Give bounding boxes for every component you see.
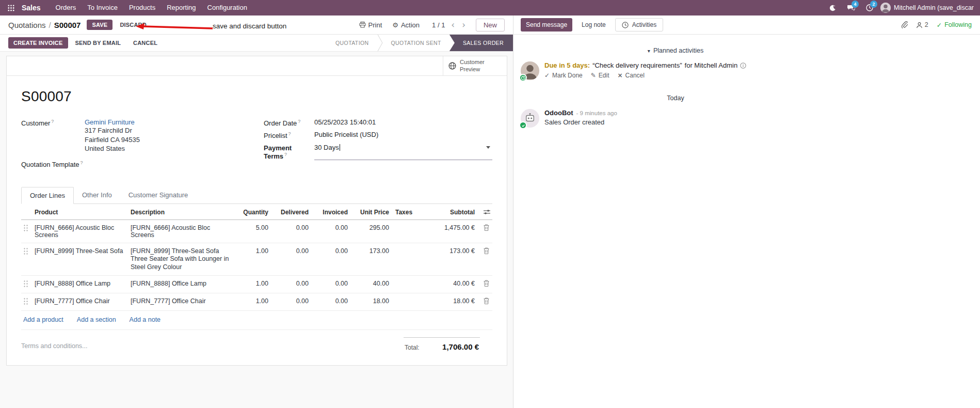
cancel-activity-button[interactable]: × Cancel — [618, 72, 645, 79]
followers-button[interactable]: 2 — [916, 21, 928, 28]
menu-products[interactable]: Products — [123, 0, 161, 15]
activity-clock-badge — [519, 74, 527, 82]
caret-down-icon: ▾ — [648, 48, 650, 54]
tab-other-info[interactable]: Other Info — [74, 187, 120, 204]
activity-item: Due in 5 days: “Check delivery requireme… — [521, 61, 830, 80]
payment-terms-field[interactable]: 30 Days — [314, 144, 492, 160]
activities-button[interactable]: 2 — [862, 0, 877, 15]
total-label: Total: — [405, 344, 420, 351]
col-delivered: Delivered — [270, 204, 311, 220]
add-product-link[interactable]: Add a product — [23, 316, 63, 323]
dark-mode-toggle[interactable] — [825, 0, 840, 15]
order-date-field[interactable]: 05/25/2023 15:40:01 — [314, 118, 492, 127]
create-invoice-button[interactable]: CREATE INVOICE — [8, 37, 68, 49]
info-icon[interactable] — [740, 62, 746, 69]
cell-quantity: 1.00 — [233, 243, 270, 275]
tab-order-lines[interactable]: Order Lines — [21, 187, 74, 204]
cancel-activity-label: Cancel — [625, 72, 645, 79]
drag-handle[interactable] — [23, 224, 28, 231]
message-timestamp: - 9 minutes ago — [576, 110, 617, 116]
attachments-button[interactable] — [901, 21, 908, 28]
order-line-row[interactable]: [FURN_7777] Office Chair [FURN_7777] Off… — [21, 293, 492, 310]
order-line-row[interactable]: [FURN_8888] Office Lamp [FURN_8888] Offi… — [21, 275, 492, 293]
following-toggle[interactable]: ✓ Following — [937, 21, 972, 29]
chatter-topbar: Send message Log note Activities — [513, 15, 980, 35]
pricelist-field[interactable]: Public Pricelist (USD) — [314, 131, 492, 139]
edit-activity-button[interactable]: ✎ Edit — [591, 72, 609, 79]
order-line-row[interactable]: [FURN_6666] Acoustic Bloc Screens [FURN_… — [21, 219, 492, 243]
cell-taxes — [391, 243, 423, 275]
cell-quantity: 1.00 — [233, 275, 270, 293]
help-marker: ? — [51, 119, 54, 124]
stage-sales-order[interactable]: SALES ORDER — [449, 35, 513, 51]
current-app-name[interactable]: Sales — [22, 4, 41, 12]
quotation-template-field[interactable] — [93, 160, 264, 168]
stage-separator-icon — [377, 35, 383, 51]
action-button[interactable]: ⚙ Action — [388, 19, 424, 32]
delete-line-button[interactable] — [483, 224, 490, 231]
form-view-container: Customer Preview S00007 Customer? — [0, 52, 513, 408]
clock-icon — [622, 22, 629, 28]
add-section-link[interactable]: Add a section — [77, 316, 116, 323]
delete-line-button[interactable] — [483, 247, 490, 254]
delete-line-button[interactable] — [483, 280, 490, 287]
user-name[interactable]: Mitchell Admin (save_discar — [894, 4, 974, 11]
drag-handle[interactable] — [23, 297, 28, 305]
person-icon — [916, 22, 923, 28]
stage-quotation[interactable]: QUOTATION — [327, 35, 377, 51]
cell-unit-price: 18.00 — [350, 293, 391, 310]
dropdown-caret-icon[interactable] — [486, 146, 490, 149]
customer-preview-button[interactable]: Customer Preview — [443, 56, 507, 75]
tab-customer-signature[interactable]: Customer Signature — [120, 187, 197, 204]
send-message-button[interactable]: Send message — [521, 18, 572, 32]
messages-button[interactable]: 4 — [843, 0, 859, 15]
menu-configuration[interactable]: Configuration — [202, 0, 253, 15]
breadcrumb-quotations[interactable]: Quotations — [8, 21, 46, 29]
pager-count: 1 / 1 — [430, 21, 447, 29]
pager-next-button[interactable]: › — [459, 20, 469, 30]
help-marker: ? — [298, 119, 300, 124]
stage-quotation-sent[interactable]: QUOTATION SENT — [383, 35, 449, 51]
discard-button[interactable]: DISCARD — [116, 20, 151, 30]
planned-activities-toggle[interactable]: ▾ Planned activities — [521, 47, 830, 54]
globe-icon — [448, 62, 456, 70]
pager-previous-button[interactable]: ‹ — [448, 20, 458, 30]
sliders-icon — [484, 209, 490, 215]
menu-to-invoice[interactable]: To Invoice — [82, 0, 123, 15]
print-label: Print — [368, 21, 382, 29]
cell-invoiced: 0.00 — [311, 219, 350, 243]
order-line-row[interactable]: [FURN_8999] Three-Seat Sofa [FURN_8999] … — [21, 243, 492, 275]
user-avatar[interactable] — [880, 3, 891, 13]
activities-tab-button[interactable]: Activities — [615, 18, 663, 32]
activity-due-text: Due in 5 days: — [544, 61, 590, 69]
followers-count: 2 — [925, 21, 928, 28]
cancel-button[interactable]: CANCEL — [128, 37, 163, 49]
menu-reporting[interactable]: Reporting — [161, 0, 201, 15]
payment-terms-label: Payment Terms? — [264, 144, 314, 160]
menu-orders[interactable]: Orders — [50, 0, 82, 15]
add-note-link[interactable]: Add a note — [130, 316, 160, 323]
pager: 1 / 1 ‹ › — [430, 20, 469, 30]
gear-icon: ⚙ — [392, 21, 398, 29]
drag-handle[interactable] — [23, 247, 28, 255]
drag-handle[interactable] — [23, 280, 28, 287]
cell-delivered: 0.00 — [270, 243, 311, 275]
mark-done-button[interactable]: ✓ Mark Done — [544, 72, 583, 79]
new-button[interactable]: New — [476, 19, 505, 32]
print-button[interactable]: Print — [355, 19, 387, 32]
send-by-email-button[interactable]: SEND BY EMAIL — [70, 37, 126, 49]
activities-badge: 2 — [870, 1, 877, 8]
cell-unit-price: 173.00 — [350, 243, 391, 275]
save-button[interactable]: SAVE — [87, 20, 113, 30]
totals-box: Total: 1,706.00 € — [404, 337, 480, 356]
terms-and-conditions-field[interactable]: Terms and conditions... — [21, 337, 88, 350]
delete-line-button[interactable] — [483, 297, 490, 304]
cell-subtotal: 173.00 € — [423, 243, 477, 275]
customer-link[interactable]: Gemini Furniture — [85, 118, 264, 126]
message-author[interactable]: OdooBot — [544, 109, 573, 117]
table-header-row: Product Description Quantity Delivered I… — [21, 204, 492, 220]
apps-menu-button[interactable] — [4, 0, 18, 15]
customer-preview-label: Customer Preview — [460, 59, 502, 72]
log-note-button[interactable]: Log note — [576, 18, 611, 32]
optional-columns-button[interactable] — [484, 209, 490, 215]
